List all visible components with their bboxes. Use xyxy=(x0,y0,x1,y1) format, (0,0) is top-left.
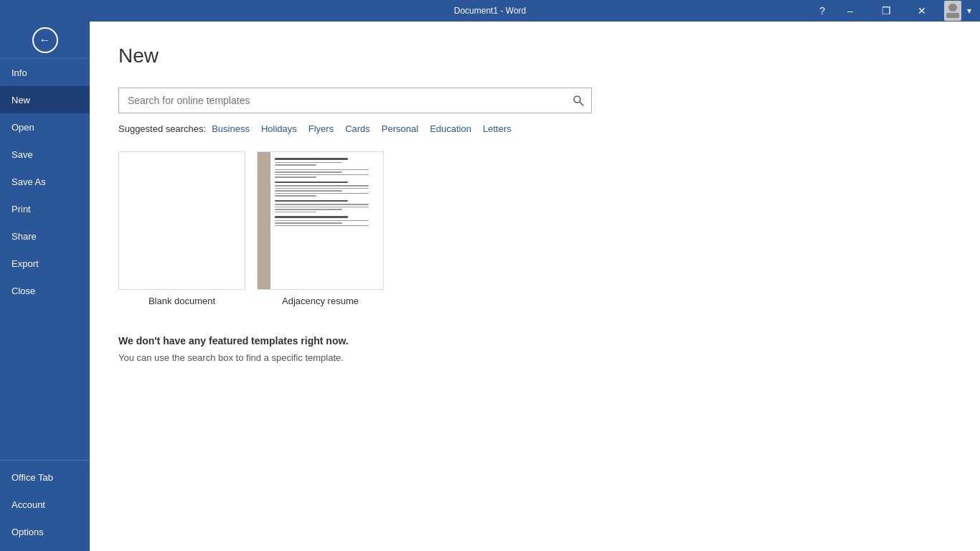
sidebar-back-area: ← xyxy=(0,22,90,59)
suggested-personal[interactable]: Personal xyxy=(382,123,418,134)
sidebar-item-share[interactable]: Share xyxy=(0,222,90,250)
resume-content xyxy=(270,152,383,289)
no-templates-sub: You can use the search box to find a spe… xyxy=(118,352,951,363)
suggested-education[interactable]: Education xyxy=(430,123,471,134)
template-blank[interactable]: Blank document xyxy=(118,151,245,306)
sidebar-item-save[interactable]: Save xyxy=(0,141,90,168)
resume-left-bar xyxy=(258,152,270,289)
svg-line-3 xyxy=(580,102,583,105)
template-blank-thumb xyxy=(118,151,245,290)
search-icon xyxy=(573,95,584,106)
app-body: ← Info New Open Save Save As Print Share xyxy=(0,22,980,551)
svg-rect-0 xyxy=(948,4,957,11)
back-button[interactable]: ← xyxy=(32,27,58,53)
template-adjacency-resume[interactable]: Adjacency resume xyxy=(257,151,384,306)
templates-grid: Blank document xyxy=(118,151,951,306)
search-button[interactable] xyxy=(565,88,591,113)
help-icon[interactable]: ? xyxy=(819,5,825,17)
ribbon-toggle[interactable]: ▾ xyxy=(967,6,971,16)
sidebar-divider-1 xyxy=(0,460,90,461)
template-resume-thumb xyxy=(257,151,384,290)
sidebar-item-print[interactable]: Print xyxy=(0,195,90,222)
window-controls: – ❐ ✕ xyxy=(834,0,938,22)
sidebar-item-office-tab[interactable]: Office Tab xyxy=(0,463,90,491)
close-button[interactable]: ✕ xyxy=(905,0,938,22)
no-templates-title: We don't have any featured templates rig… xyxy=(118,335,951,347)
suggested-searches: Suggested searches: Business Holidays Fl… xyxy=(118,123,951,134)
suggested-business[interactable]: Business xyxy=(212,123,250,134)
sidebar-item-export[interactable]: Export xyxy=(0,250,90,277)
sidebar-item-new[interactable]: New xyxy=(0,86,90,113)
sidebar-item-options[interactable]: Options xyxy=(0,518,90,545)
suggested-letters[interactable]: Letters xyxy=(483,123,512,134)
template-blank-label: Blank document xyxy=(149,296,215,306)
page-title: New xyxy=(118,44,951,67)
template-resume-label: Adjacency resume xyxy=(282,296,359,306)
suggested-cards[interactable]: Cards xyxy=(345,123,370,134)
sidebar-item-close[interactable]: Close xyxy=(0,277,90,304)
suggested-flyers[interactable]: Flyers xyxy=(308,123,334,134)
sidebar-item-info[interactable]: Info xyxy=(0,59,90,86)
main-content: New Suggested searches: Business Holiday… xyxy=(90,22,980,551)
title-bar: Document1 - Word ? – ❐ ✕ ▾ xyxy=(0,0,980,22)
sidebar: ← Info New Open Save Save As Print Share xyxy=(0,22,90,551)
title-bar-right: ? – ❐ ✕ ▾ xyxy=(819,0,974,22)
sidebar-item-save-as[interactable]: Save As xyxy=(0,168,90,195)
resume-thumb-inner xyxy=(258,152,383,289)
avatar[interactable] xyxy=(944,1,961,21)
search-container xyxy=(118,88,592,113)
window-title: Document1 - Word xyxy=(454,6,526,16)
suggested-holidays[interactable]: Holidays xyxy=(261,123,297,134)
blank-doc-inner xyxy=(119,152,245,289)
suggested-label: Suggested searches: xyxy=(118,123,206,134)
maximize-button[interactable]: ❐ xyxy=(870,0,903,22)
info-section: We don't have any featured templates rig… xyxy=(118,335,951,363)
sidebar-item-open[interactable]: Open xyxy=(0,113,90,141)
search-input[interactable] xyxy=(119,88,565,113)
sidebar-item-account[interactable]: Account xyxy=(0,491,90,518)
svg-rect-1 xyxy=(946,13,959,18)
sidebar-bottom: Office Tab Account Options xyxy=(0,457,90,551)
minimize-button[interactable]: – xyxy=(834,0,867,22)
sidebar-nav: Info New Open Save Save As Print Share E… xyxy=(0,59,90,457)
